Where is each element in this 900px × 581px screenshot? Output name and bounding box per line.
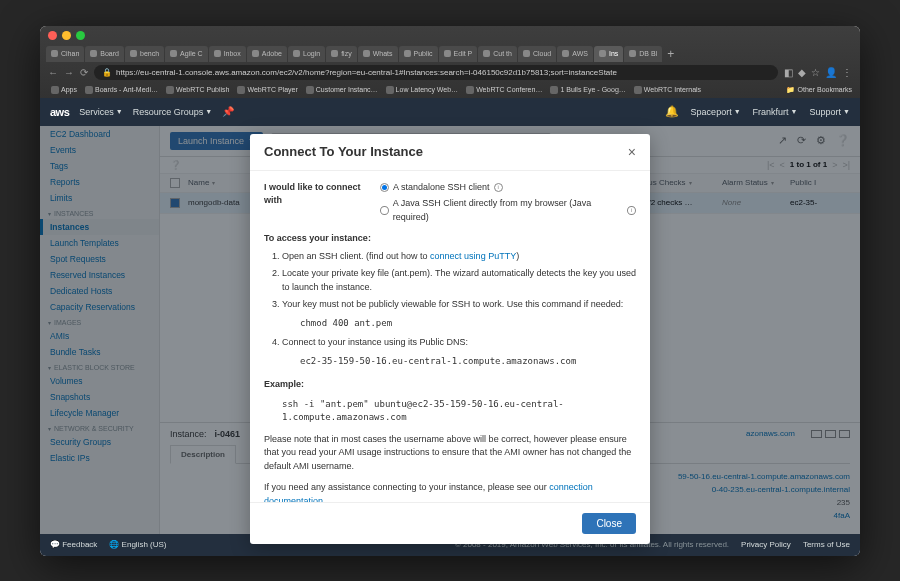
- back-icon[interactable]: ←: [48, 67, 58, 78]
- bookmark-icon: [634, 86, 642, 94]
- resource-groups-menu[interactable]: Resource Groups▼: [133, 107, 212, 117]
- browser-tab[interactable]: Edit P: [439, 46, 478, 62]
- favicon-icon: [629, 50, 636, 57]
- menu-icon[interactable]: ⋮: [842, 67, 852, 78]
- bookmarks-bar: AppsBoards - Ant-Medi…WebRTC PublishWebR…: [40, 82, 860, 97]
- browser-chrome: CihanBoardbenchAgile CInboxAdobeLoginfiz…: [40, 26, 860, 98]
- new-tab-button[interactable]: +: [663, 47, 678, 61]
- browser-tab[interactable]: Inbox: [209, 46, 246, 62]
- browser-tab[interactable]: Cihan: [46, 46, 84, 62]
- account-menu[interactable]: Spaceport▼: [691, 107, 741, 117]
- ext-icon[interactable]: ◆: [798, 67, 806, 78]
- url-bar: ← → ⟳ 🔒 https://eu-central-1.console.aws…: [40, 62, 860, 82]
- other-bookmarks[interactable]: 📁Other Bookmarks: [786, 86, 852, 94]
- ext-icon[interactable]: ◧: [784, 67, 793, 78]
- tab-bar: CihanBoardbenchAgile CInboxAdobeLoginfiz…: [40, 45, 860, 62]
- forward-icon[interactable]: →: [64, 67, 74, 78]
- bookmark-item[interactable]: WebRTC Publish: [163, 85, 232, 95]
- putty-link[interactable]: connect using PuTTY: [430, 251, 516, 261]
- close-button[interactable]: Close: [582, 513, 636, 534]
- bookmark-item[interactable]: Low Latency Web…: [383, 85, 462, 95]
- radio-ssh-client[interactable]: [380, 183, 389, 192]
- aws-header: aws Services▼ Resource Groups▼ 📌 🔔 Space…: [40, 98, 860, 126]
- example-heading: Example:: [264, 378, 636, 392]
- bookmark-item[interactable]: WebRTC Conferen…: [463, 85, 545, 95]
- browser-tab[interactable]: Board: [85, 46, 124, 62]
- info-icon[interactable]: i: [494, 183, 503, 192]
- maximize-window-icon[interactable]: [76, 31, 85, 40]
- step-1: Open an SSH client. (find out how to con…: [282, 250, 636, 264]
- traffic-lights: [40, 26, 860, 46]
- bookmark-icon: [550, 86, 558, 94]
- favicon-icon: [562, 50, 569, 57]
- aws-logo[interactable]: aws: [50, 106, 69, 118]
- bookmark-icon: [466, 86, 474, 94]
- pin-icon[interactable]: 📌: [222, 106, 234, 117]
- favicon-icon: [599, 50, 606, 57]
- services-menu[interactable]: Services▼: [79, 107, 122, 117]
- bookmark-icon: [166, 86, 174, 94]
- close-window-icon[interactable]: [48, 31, 57, 40]
- browser-tab[interactable]: Adobe: [247, 46, 287, 62]
- reload-icon[interactable]: ⟳: [80, 67, 88, 78]
- bookmark-item[interactable]: Boards - Ant-Medi…: [82, 85, 161, 95]
- url-text: https://eu-central-1.console.aws.amazon.…: [116, 68, 617, 77]
- bookmark-item[interactable]: 1 Bulls Eye - Goog…: [547, 85, 628, 95]
- favicon-icon: [214, 50, 221, 57]
- privacy-link[interactable]: Privacy Policy: [741, 540, 791, 549]
- step-2: Locate your private key file (ant.pem). …: [282, 267, 636, 294]
- help-text: If you need any assistance connecting to…: [264, 481, 636, 502]
- favicon-icon: [523, 50, 530, 57]
- favicon-icon: [293, 50, 300, 57]
- bookmark-item[interactable]: WebRTC Internals: [631, 85, 704, 95]
- language-selector[interactable]: 🌐 English (US): [109, 540, 166, 549]
- minimize-window-icon[interactable]: [62, 31, 71, 40]
- username-note: Please note that in most cases the usern…: [264, 433, 636, 474]
- favicon-icon: [363, 50, 370, 57]
- browser-tab[interactable]: bench: [125, 46, 164, 62]
- favicon-icon: [331, 50, 338, 57]
- bookmark-item[interactable]: Apps: [48, 85, 80, 95]
- star-icon[interactable]: ☆: [811, 67, 820, 78]
- browser-tab[interactable]: AWS: [557, 46, 593, 62]
- public-dns: ec2-35-159-50-16.eu-central-1.compute.am…: [282, 353, 636, 371]
- browser-window: CihanBoardbenchAgile CInboxAdobeLoginfiz…: [40, 26, 860, 556]
- bookmark-icon: [386, 86, 394, 94]
- step-3: Your key must not be publicly viewable f…: [282, 298, 636, 332]
- info-icon[interactable]: i: [627, 206, 636, 215]
- bookmark-item[interactable]: WebRTC Player: [234, 85, 300, 95]
- browser-tab[interactable]: Cloud: [518, 46, 556, 62]
- address-field[interactable]: 🔒 https://eu-central-1.console.aws.amazo…: [94, 65, 778, 80]
- terms-link[interactable]: Terms of Use: [803, 540, 850, 549]
- region-menu[interactable]: Frankfurt▼: [753, 107, 798, 117]
- browser-tab[interactable]: DB Bl: [624, 46, 662, 62]
- browser-tab[interactable]: Ins: [594, 46, 623, 62]
- modal-title: Connect To Your Instance: [264, 144, 423, 159]
- browser-tab[interactable]: Login: [288, 46, 325, 62]
- close-icon[interactable]: ×: [628, 144, 636, 160]
- feedback-link[interactable]: 💬 Feedback: [50, 540, 97, 549]
- lock-icon: 🔒: [102, 68, 112, 77]
- favicon-icon: [130, 50, 137, 57]
- bookmark-item[interactable]: Customer Instanc…: [303, 85, 381, 95]
- bell-icon[interactable]: 🔔: [665, 105, 679, 118]
- connect-modal: Connect To Your Instance × I would like …: [250, 134, 650, 544]
- bookmark-icon: [51, 86, 59, 94]
- folder-icon: 📁: [786, 86, 795, 94]
- connect-with-label: I would like to connect with: [264, 181, 374, 225]
- bookmark-icon: [85, 86, 93, 94]
- browser-tab[interactable]: Whats: [358, 46, 398, 62]
- browser-tab[interactable]: Public: [399, 46, 438, 62]
- chmod-command: chmod 400 ant.pem: [282, 315, 636, 333]
- support-menu[interactable]: Support▼: [810, 107, 850, 117]
- profile-icon[interactable]: 👤: [825, 67, 837, 78]
- radio-java-client[interactable]: [380, 206, 389, 215]
- browser-tab[interactable]: Cut th: [478, 46, 517, 62]
- favicon-icon: [51, 50, 58, 57]
- browser-tab[interactable]: fizy: [326, 46, 357, 62]
- browser-tab[interactable]: Agile C: [165, 46, 208, 62]
- favicon-icon: [444, 50, 451, 57]
- bookmark-icon: [237, 86, 245, 94]
- step-4: Connect to your instance using its Publi…: [282, 336, 636, 370]
- favicon-icon: [404, 50, 411, 57]
